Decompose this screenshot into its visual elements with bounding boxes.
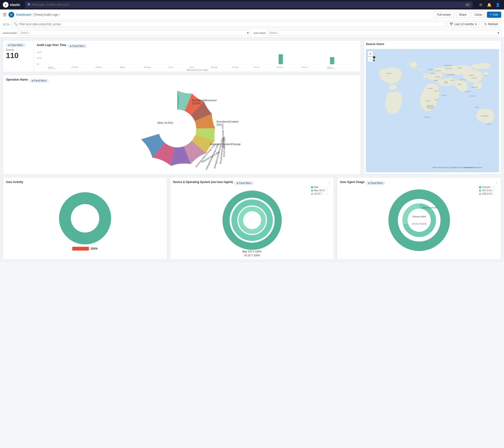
audit-logs-chart-svg: 40 20 0 Jan (37, 50, 358, 69)
elastic-logo: e elastic (3, 2, 20, 8)
user-agent-more-icon[interactable]: ⋮ (495, 181, 498, 185)
map-label-pakistan: PAKISTAN (459, 79, 465, 81)
op-name-filter-badge[interactable]: ⊕ Panel filters (29, 79, 49, 82)
map-label-china: CHINA (469, 75, 473, 76)
user-icon[interactable]: 👤 (495, 1, 501, 8)
main-content: ⊕ Panel filters Events 110 Audit Logs Ov… (0, 37, 504, 263)
map-label-kenya: KENYA (435, 99, 439, 100)
edit-button[interactable]: ✏ Edit (487, 12, 501, 18)
svg-text:Jul: Jul (189, 66, 194, 68)
event-action-value: Select... (20, 31, 246, 35)
event-action-label: event.action (3, 32, 17, 34)
ua-center (410, 210, 429, 230)
device-os-filter-badge[interactable]: ⊕ Panel filters (234, 181, 253, 185)
user-agent-filter-badge[interactable]: ⊕ Panel filters (366, 181, 385, 185)
hamburger-menu[interactable]: ☰ (3, 12, 7, 17)
full-screen-button[interactable]: Full screen (434, 12, 454, 18)
username-select[interactable]: Select... ▾ (267, 30, 501, 36)
event-action-select[interactable]: Select... ▾ (18, 30, 251, 36)
map-label-canada: CANADA (386, 73, 392, 74)
device-os-more-icon[interactable]: ⋮ (328, 181, 331, 185)
kql-filter-field[interactable] (19, 22, 443, 26)
map-label-finland: FINLAND (428, 69, 433, 70)
map-legend-item2 (373, 59, 375, 61)
elastic-logo-icon: e (3, 2, 9, 8)
global-search-input[interactable] (32, 3, 465, 6)
search-shortcut: ⌘/ (465, 3, 470, 6)
label-movement: StoryItemsMovement (192, 99, 216, 102)
timestamp-label: @timestamp per week (37, 69, 358, 71)
breadcrumb-chevron[interactable]: ▾ (59, 13, 60, 16)
notification-icon[interactable]: 🔔 (486, 1, 493, 8)
refresh-button[interactable]: ↻ Refresh (481, 21, 501, 27)
legend-109-more[interactable]: ⋮ (493, 192, 495, 195)
operation-donut-container: Other 34.55% StoryItemsMovement 10.91% S… (6, 85, 358, 170)
second-nav: ☰ D Dashboard / [Tines] Audit Logs ▾ Ful… (0, 9, 504, 20)
top-row: ⊕ Panel filters Events 110 Audit Logs Ov… (3, 40, 501, 174)
label-creation-pct: 10% (216, 123, 222, 126)
username-chevron: ▾ (498, 31, 499, 35)
time-picker[interactable]: 📅 Last 12 months ▾ (447, 21, 479, 27)
user-activity-chart: 100% (6, 187, 164, 253)
svg-text:Jun: Jun (168, 66, 174, 68)
map-label-indonesia: Jakarta (475, 107, 479, 108)
username-label: user.name (253, 32, 266, 34)
legend-109: 109.0.0.0 ⋮ (479, 192, 495, 195)
svg-text:Sep: Sep (232, 66, 239, 68)
svg-text:20: 20 (37, 57, 41, 59)
event-action-filter: event.action Select... ▾ (3, 30, 251, 36)
map-label-russia: RUSSIA (457, 67, 463, 69)
nav-actions: Full screen Share Clone ✏ Edit (434, 12, 501, 18)
map-zoom-in[interactable]: + (368, 51, 373, 56)
map-controls: + − (368, 51, 373, 62)
map-label-shanghai: Shanghai (472, 77, 477, 79)
username-filter: user.name Select... ▾ (253, 30, 501, 36)
global-search-bar[interactable]: 🔍 ⌘/ (25, 1, 473, 8)
ua-chrome-label: Chrome 100% (412, 215, 426, 218)
kql-search-icon: 🔍 (14, 22, 18, 26)
top-nav: e elastic 🔍 ⌘/ ⚙ 🔔 👤 (0, 0, 504, 9)
device-os-svg (221, 189, 283, 251)
filter-back-icon[interactable]: ◁ (3, 22, 5, 26)
audit-logs-filter-badge[interactable]: ⊕ Panel filters (68, 44, 87, 48)
svg-text:May: May (144, 66, 151, 68)
user-agent-chart: Chrome 100% 107.0.0.0 70.91% 109.0.0.0 2… (340, 187, 498, 253)
help-icon[interactable]: ⚙ (477, 1, 484, 8)
events-panel-filter-badge[interactable]: ⊕ Panel filters (6, 43, 25, 47)
map-label-australia: AUSTRALIA (481, 115, 488, 117)
label-other: Other 34.55% (157, 121, 173, 124)
events-panel: ⊕ Panel filters Events 110 (3, 40, 34, 72)
user-activity-inner (71, 204, 99, 233)
share-button[interactable]: Share (456, 12, 470, 18)
svg-text:Feb: Feb (72, 66, 78, 68)
audit-logs-chart-panel: Audit Logs Over Time ⊕ Panel filters 40 … (34, 40, 361, 72)
kql-search-input[interactable]: 🔍 (12, 21, 445, 27)
username-value: Select... (269, 31, 497, 35)
events-count: 110 (6, 51, 31, 60)
user-activity-bar (72, 247, 89, 251)
legend-107-more[interactable]: ⋮ (493, 189, 495, 192)
svg-text:2023: 2023 (327, 68, 335, 69)
chart-area: 40 20 0 Jan (37, 50, 358, 69)
user-agent-legend: Chrome ⋮ 107.0.0.0 ⋮ 109.0.0.0 ⋮ (479, 186, 495, 195)
elastic-wordmark: elastic (10, 3, 20, 7)
breadcrumb-home[interactable]: Dashboard (16, 13, 31, 16)
user-agent-panel: User Agent Usage ⊕ Panel filters ⋮ Chrom… (337, 177, 501, 260)
search-icon: 🔍 (27, 3, 31, 6)
map-label-ukraine: UKRAINE (435, 76, 440, 78)
clone-button[interactable]: Clone (471, 12, 485, 18)
svg-text:Oct: Oct (253, 66, 259, 68)
map-label-japan: Tokyo (484, 75, 488, 76)
map-label-vietnam: VIETNAM (471, 87, 478, 88)
map-label-iran: IRAN (451, 80, 454, 81)
legend-chrome-more[interactable]: ⋮ (491, 186, 495, 188)
user-activity-title: User Activity (6, 180, 23, 184)
map-attribution: Elastic Maps Service OpenMapTiles OpenSt… (432, 167, 482, 168)
filter-forward-icon[interactable]: ▷ (7, 22, 10, 26)
source-users-panel: Source Users + − (364, 40, 501, 174)
map-zoom-out[interactable]: − (368, 57, 373, 62)
audit-logs-title: Audit Logs Over Time (37, 43, 66, 47)
operation-name-panel: Operation Name ⊕ Panel filters (3, 75, 361, 174)
left-column: ⊕ Panel filters Events 110 Audit Logs Ov… (3, 40, 361, 174)
event-action-chevron: ▾ (247, 31, 249, 35)
